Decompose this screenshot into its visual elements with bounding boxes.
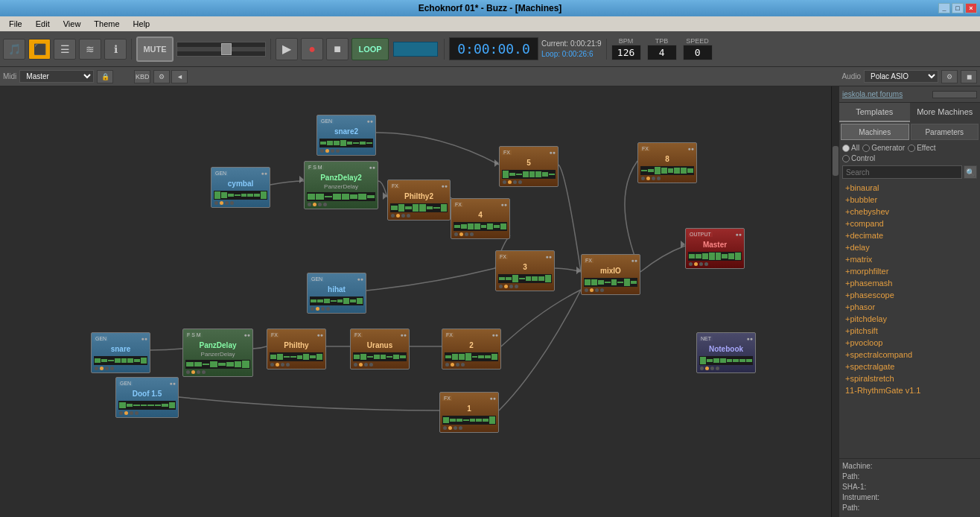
plugin-item[interactable]: +pitchdelay [839, 313, 980, 325]
mode-btn-4[interactable]: ≋ [79, 39, 101, 60]
machine-m8[interactable]: FX ●● 8 [637, 142, 697, 183]
machine-m3[interactable]: FX ●● 3 [495, 250, 555, 291]
plugin-item[interactable]: +spiralstretch [839, 372, 980, 384]
machine-m1[interactable]: FX ●● 1 [439, 392, 499, 433]
maximize-button[interactable]: □ [952, 3, 964, 13]
sep-3 [444, 39, 445, 60]
plugin-item[interactable]: +phasor [839, 301, 980, 313]
machine-m4[interactable]: FX ●● 4 [451, 198, 510, 239]
plugin-item[interactable]: 11-RhythmGate v1.1 [839, 384, 980, 396]
plugin-item[interactable]: +spectralgate [839, 361, 980, 372]
menu-view[interactable]: View [57, 18, 87, 30]
machine-header: OUTPUT ●● [686, 229, 744, 239]
machine-bars [214, 191, 267, 200]
minimize-button[interactable]: _ [938, 3, 950, 13]
tab-more-machines[interactable]: More Machines [910, 103, 981, 122]
mode-btn-3[interactable]: ☰ [54, 39, 76, 60]
tab-templates[interactable]: Templates [839, 103, 910, 122]
canvas-area[interactable]: GEN ●● snare2 GEN ●● cymbal [0, 86, 831, 517]
machine-bars [307, 192, 375, 201]
plugin-item[interactable]: +pitchsift [839, 325, 980, 337]
plugin-item[interactable]: +compand [839, 218, 980, 229]
audio-settings-icon[interactable]: ⚙ [941, 70, 958, 83]
machine-bars [270, 352, 323, 361]
mute-button[interactable]: MUTE [136, 37, 174, 62]
machine-bars [640, 166, 694, 175]
plugin-item[interactable]: +binaural [839, 182, 980, 194]
plugin-item[interactable]: +phasemash [839, 277, 980, 289]
machine-panzdelay[interactable]: F S M ●● PanzDelayPanzerDelay [182, 329, 253, 377]
plugin-item[interactable]: +morphfilter [839, 265, 980, 277]
machine-header: GEN ●● [211, 168, 270, 178]
plugin-item[interactable]: +decimate [839, 229, 980, 241]
machine-hihat[interactable]: GEN ●● hihat [307, 273, 366, 314]
search-button[interactable]: 🔍 [964, 165, 977, 179]
machine-m5[interactable]: FX ●● 5 [499, 146, 559, 187]
machine-name: 5 [500, 157, 558, 168]
radio-effect [908, 145, 915, 152]
subtab-parameters[interactable]: Parameters [911, 124, 979, 140]
lock-icon[interactable]: 🔒 [97, 70, 113, 83]
play-button[interactable]: ▶ [276, 38, 298, 60]
radio-all [842, 145, 850, 152]
machine-doof[interactable]: GEN ●● Doof 1.5 [115, 377, 179, 418]
mode-btn-5[interactable]: ℹ [104, 39, 127, 60]
machine-master[interactable]: OUTPUT ●● Master [685, 228, 745, 269]
plugin-item[interactable]: +matrix [839, 253, 980, 265]
machine-header: FX ●● [500, 147, 558, 157]
machine-mixio[interactable]: FX ●● mixIO [581, 254, 640, 295]
filter-generator[interactable]: Generator [862, 144, 905, 152]
menu-edit[interactable]: Edit [30, 18, 56, 30]
machine-dots [442, 363, 500, 369]
plugin-item[interactable]: +pvocloop [839, 337, 980, 349]
menu-theme[interactable]: Theme [88, 18, 125, 30]
bpm-value[interactable]: 126 [611, 45, 641, 60]
filter-effect[interactable]: Effect [908, 144, 935, 152]
plugin-item[interactable]: +phasescope [839, 289, 980, 301]
machine-snare2[interactable]: GEN ●● snare2 [316, 115, 376, 156]
midi-select[interactable]: Master [19, 70, 94, 83]
panel-link[interactable]: ieskola.net forums [842, 90, 903, 98]
machine-snare[interactable]: GEN ●● snare [91, 332, 150, 373]
machine-name: PanzDelay [183, 340, 252, 351]
search-input[interactable] [842, 165, 962, 179]
machine-subname: PanzerDelay [183, 351, 252, 358]
menu-help[interactable]: Help [127, 18, 156, 30]
machine-notebook[interactable]: NET ●● Notebook [696, 332, 756, 373]
toolbar-icon-2[interactable]: ◄ [171, 70, 188, 83]
toolbar-icon-1[interactable]: ⚙ [153, 70, 170, 83]
machine-m2[interactable]: FX ●● 2 [442, 329, 501, 369]
menu-file[interactable]: File [3, 18, 28, 30]
machine-name: 4 [451, 209, 509, 221]
plugin-item[interactable]: +chebyshev [839, 206, 980, 218]
audio-icon-2[interactable]: ◼ [961, 70, 977, 83]
plugin-item[interactable]: +bubbler [839, 194, 980, 206]
record-button[interactable]: ● [301, 38, 323, 60]
machine-dots [116, 411, 178, 417]
close-button[interactable]: × [965, 3, 977, 13]
machine-cymbal[interactable]: GEN ●● cymbal [211, 167, 270, 208]
plugin-item[interactable]: +delay [839, 241, 980, 253]
machine-philthy[interactable]: FX ●● Philthy [267, 329, 326, 369]
machine-philthy2[interactable]: FX ●● Philthy2 [387, 180, 451, 221]
kbd-button[interactable]: KBD [134, 70, 150, 83]
mode-btn-1[interactable]: 🎵 [3, 39, 25, 60]
machine-name: Notebook [697, 343, 755, 355]
speed-value[interactable]: 0 [683, 45, 713, 60]
audio-select[interactable]: Polac ASIO [864, 70, 938, 83]
loop-button[interactable]: LOOP [351, 38, 389, 60]
filter-control[interactable]: Control [842, 154, 977, 162]
machine-uranus[interactable]: FX ●● Uranus [350, 329, 410, 369]
machine-panzdelay2[interactable]: F S M ●● PanzDelay2PanzerDelay [304, 161, 378, 209]
stop-button[interactable]: ■ [326, 38, 349, 60]
tpb-value[interactable]: 4 [647, 45, 677, 60]
subtab-machines[interactable]: Machines [841, 124, 909, 140]
filter-all[interactable]: All [842, 144, 859, 152]
filter-row: All Generator Effect [839, 142, 980, 154]
machine-name: 2 [442, 340, 500, 351]
mode-btn-2[interactable]: ⬛ [28, 39, 51, 60]
machine-header: F S M ●● [183, 329, 252, 340]
plugin-item[interactable]: +spectralcompand [839, 349, 980, 361]
volume-slider[interactable] [176, 42, 266, 57]
machine-name: mixIO [582, 265, 640, 276]
